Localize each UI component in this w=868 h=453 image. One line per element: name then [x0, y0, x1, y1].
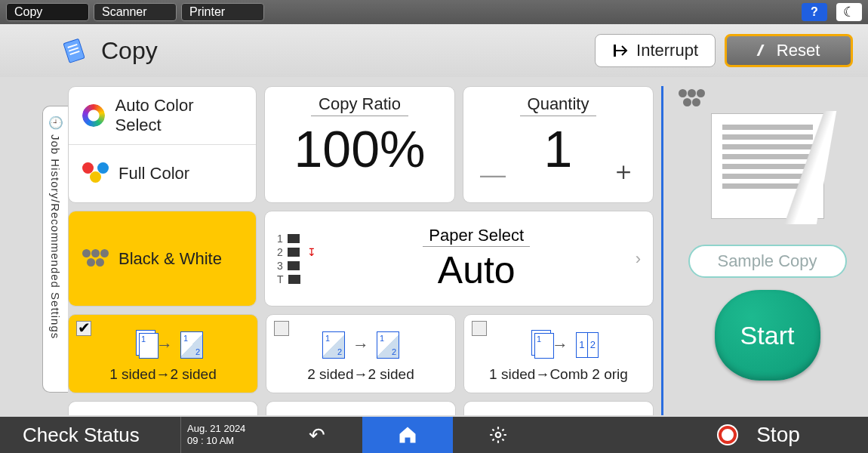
quantity-card[interactable]: Quantity 1 — ＋ [463, 86, 654, 203]
color-full-label: Full Color [119, 164, 189, 183]
main-area: Auto Color Select Full Color Copy Ratio … [68, 86, 860, 415]
duplex-1to2[interactable]: 21 → 12 1 sided→2 sided [68, 314, 258, 393]
auto-color-icon [82, 104, 105, 127]
interrupt-icon [612, 42, 629, 59]
duplex-2to2-diagram: 12 → 12 [272, 324, 449, 366]
interrupt-label: Interrupt [636, 41, 698, 60]
stop-label: Stop [756, 423, 800, 447]
paper-select-label: Paper Select [423, 226, 530, 247]
tab-scanner[interactable]: Scanner [94, 3, 177, 21]
quantity-plus[interactable]: ＋ [611, 154, 636, 189]
home-button[interactable] [362, 417, 453, 453]
duplex-1to2-diagram: 21 → 12 [75, 324, 251, 366]
svg-point-5 [496, 433, 501, 438]
duplex-1to2-label: 1 sided→2 sided [75, 366, 251, 383]
reset-button[interactable]: // Reset [725, 34, 853, 67]
color-mode-list-bottom: Black & White [68, 211, 257, 306]
quantity-label: Quantity [520, 94, 597, 116]
back-button[interactable]: ↶ [272, 417, 362, 453]
svg-rect-4 [614, 45, 616, 57]
top-bar: Copy Scanner Printer ? ☾ [0, 0, 868, 24]
check-status-button[interactable]: Check Status [0, 417, 181, 453]
color-auto-label: Auto Color Select [115, 96, 242, 135]
bottom-bar: Check Status Aug. 21 202409 : 10 AM ↶ St… [0, 417, 868, 453]
more-options-peek[interactable] [68, 401, 654, 415]
color-full[interactable]: Full Color [69, 145, 256, 202]
copy-app-icon [60, 36, 89, 65]
tray-list: 1 2↧ 3 T [277, 233, 316, 285]
page-title: Copy [101, 37, 595, 65]
output-stack-icon [679, 89, 704, 109]
copy-ratio-value: 100% [294, 121, 426, 177]
reset-label: Reset [777, 41, 820, 60]
duplex-comb2-diagram: 21 → 12 [470, 324, 647, 366]
settings-button[interactable] [453, 417, 543, 453]
full-color-icon [82, 162, 108, 185]
duplex-comb2[interactable]: 21 → 12 1 sided→Comb 2 orig [463, 314, 654, 393]
checkbox-icon [76, 321, 91, 336]
quantity-value: 1 [544, 121, 573, 177]
bw-icon [82, 249, 108, 269]
datetime: Aug. 21 202409 : 10 AM [181, 417, 272, 453]
interrupt-button[interactable]: Interrupt [595, 34, 716, 67]
clock-icon: 🕘 [48, 116, 63, 130]
color-bw-label: Black & White [119, 249, 222, 269]
job-history-tab[interactable]: 🕘 Job History/Recommended Settings [42, 106, 68, 393]
tray-load-icon: ↧ [307, 246, 316, 258]
right-panel: Sample Copy Start [661, 86, 860, 415]
night-mode-button[interactable]: ☾ [836, 3, 862, 21]
copy-ratio-label: Copy Ratio [311, 94, 408, 116]
paper-select-card[interactable]: 1 2↧ 3 T Paper Select Auto › [264, 211, 654, 306]
gear-icon [488, 425, 508, 445]
checkbox-icon [472, 321, 487, 336]
stop-icon [717, 424, 738, 445]
tab-printer[interactable]: Printer [181, 3, 264, 21]
quantity-minus[interactable]: — [480, 159, 506, 189]
chevron-right-icon: › [636, 249, 641, 269]
help-button[interactable]: ? [802, 3, 827, 21]
color-auto[interactable]: Auto Color Select [69, 87, 256, 145]
tab-copy[interactable]: Copy [6, 3, 89, 21]
start-button[interactable]: Start [715, 290, 820, 381]
stop-button[interactable]: Stop [649, 417, 868, 453]
color-bw[interactable]: Black & White [69, 211, 256, 305]
duplex-2to2-label: 2 sided→2 sided [272, 366, 449, 383]
duplex-comb2-label: 1 sided→Comb 2 orig [470, 366, 647, 383]
paper-select-value: Auto [324, 248, 629, 292]
color-mode-list-top: Auto Color Select Full Color [68, 86, 257, 203]
duplex-2to2[interactable]: 12 → 12 2 sided→2 sided [266, 314, 456, 393]
header: Copy Interrupt // Reset [0, 24, 868, 77]
svg-rect-0 [63, 39, 85, 63]
output-preview [711, 113, 824, 219]
reset-icon: // [758, 42, 760, 60]
checkbox-icon [274, 321, 289, 336]
job-history-label: Job History/Recommended Settings [49, 134, 62, 339]
sample-copy-button[interactable]: Sample Copy [688, 245, 847, 278]
copy-ratio-card[interactable]: Copy Ratio 100% [264, 86, 455, 203]
home-icon [397, 424, 418, 445]
